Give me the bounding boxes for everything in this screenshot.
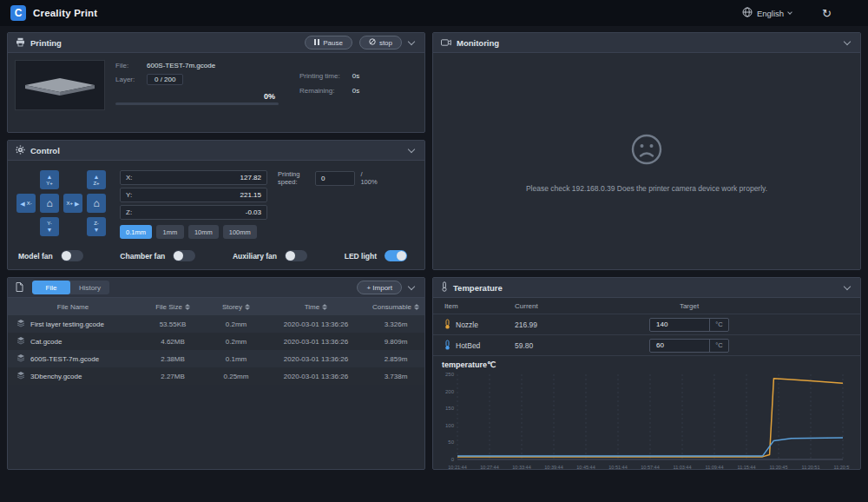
toggle-row: Model fanChamber fanAuxiliary fanLED lig… <box>18 250 407 261</box>
axis-input-z[interactable]: Z:-0.03 <box>120 205 267 220</box>
import-button[interactable]: + Import <box>357 281 402 294</box>
jog-controls: ▲ Y+ ▲ Z+ ◀ X- ⌂ <box>16 170 106 262</box>
collapse-control-chevron-icon[interactable] <box>408 146 415 153</box>
temperature-panel-title: Temperature <box>453 283 503 293</box>
chevron-down-icon <box>787 10 792 15</box>
current-temperature: 59.80 <box>503 341 615 350</box>
printing-time-value: 0s <box>352 72 359 80</box>
nozzle-thermometer-icon <box>444 319 451 331</box>
remaining-label: Remaining: <box>299 87 340 95</box>
target-temp-input-hotbed[interactable]: 60°C <box>649 339 729 353</box>
svg-text:11:15:44: 11:15:44 <box>737 465 755 470</box>
jog-x-plus-button[interactable]: X+ ▶ <box>63 194 82 213</box>
tab-file[interactable]: File <box>32 281 70 294</box>
file-consumable: 3.738m <box>367 373 424 380</box>
svg-text:11:09:44: 11:09:44 <box>705 465 723 470</box>
file-size: 2.27MB <box>138 373 207 380</box>
file-row[interactable]: 3Dbenchy.gcode2.27MB0.25mm2020-03-01 13:… <box>8 367 424 385</box>
svg-text:10:57:44: 10:57:44 <box>641 465 659 470</box>
column-header-file-size[interactable]: File Size <box>138 303 207 311</box>
file-time: 2020-03-01 13:36:26 <box>265 320 367 328</box>
svg-text:11:20:57: 11:20:57 <box>833 465 850 470</box>
language-selector[interactable]: English <box>742 7 792 20</box>
collapse-temperature-chevron-icon[interactable] <box>844 283 851 290</box>
jog-y-minus-button[interactable]: Y- ▼ <box>40 217 59 236</box>
control-panel-title: Control <box>30 146 60 155</box>
column-header-storey[interactable]: Storey <box>207 303 265 311</box>
step-button-10mm[interactable]: 10mm <box>188 225 219 239</box>
sad-face-icon <box>628 130 666 172</box>
layer-progress: 0 / 200 <box>147 74 183 85</box>
arrow-up-icon: ▲ <box>94 174 100 180</box>
printing-panel: Printing Pause stop <box>7 32 425 133</box>
file-row[interactable]: First layer testing.gcode53.55KB0.2mm202… <box>8 315 424 333</box>
svg-text:10:27:44: 10:27:44 <box>480 465 498 470</box>
column-header-time[interactable]: Time <box>265 303 367 311</box>
column-header-consumable[interactable]: Consumable <box>367 303 424 311</box>
app-logo-icon: C <box>10 5 26 21</box>
column-header-target: Target <box>615 302 763 310</box>
chamber-fan-label: Chamber fan <box>120 252 165 261</box>
axis-input-y[interactable]: Y:221.15 <box>120 188 267 202</box>
toggle-led-light[interactable] <box>385 250 407 261</box>
home-z-button[interactable]: ⌂ <box>87 194 106 213</box>
file-table-body: First layer testing.gcode53.55KB0.2mm202… <box>8 315 424 385</box>
camera-error-message: Please check 192.168.0.39 Does the print… <box>526 184 767 193</box>
toggle-auxiliary-fan[interactable] <box>285 250 307 261</box>
home-xy-button[interactable]: ⌂ <box>40 194 59 213</box>
collapse-monitoring-chevron-icon[interactable] <box>844 38 851 45</box>
svg-text:11:20:51: 11:20:51 <box>801 465 819 470</box>
svg-text:10:21:44: 10:21:44 <box>448 465 466 470</box>
globe-icon <box>742 7 753 20</box>
arrow-left-icon: ◀ <box>20 201 24 207</box>
remaining-value: 0s <box>352 87 359 95</box>
axis-input-x[interactable]: X:127.82 <box>120 170 267 185</box>
jog-z-minus-button[interactable]: Z- ▼ <box>87 217 106 236</box>
monitoring-panel-title: Monitoring <box>457 38 499 48</box>
target-temp-input-nozzle[interactable]: 140°C <box>649 318 729 332</box>
current-temperature: 216.99 <box>503 320 615 329</box>
file-name: 3Dbenchy.gcode <box>30 373 82 380</box>
file-consumable: 2.859m <box>367 355 424 363</box>
pause-icon <box>314 39 319 47</box>
stop-button[interactable]: stop <box>359 36 402 50</box>
control-panel: Control ▲ Y+ ▲ Z+ ◀ <box>7 140 425 270</box>
collapse-printing-chevron-icon[interactable] <box>408 38 415 45</box>
jog-y-plus-button[interactable]: ▲ Y+ <box>40 170 59 189</box>
gcode-file-icon <box>16 319 25 329</box>
step-button-1mm[interactable]: 1mm <box>156 225 184 239</box>
creality-print-window: C Creality Print English ↻ Printin <box>0 0 868 502</box>
jog-x-minus-button[interactable]: ◀ X- <box>16 194 36 213</box>
jog-z-plus-button[interactable]: ▲ Z+ <box>87 170 106 189</box>
file-row[interactable]: 600S-TEST-7m.gcode2.38MB0.1mm2020-03-01 … <box>8 350 424 367</box>
toggle-model-fan[interactable] <box>61 250 83 261</box>
auxiliary-fan-label: Auxiliary fan <box>233 252 277 261</box>
file-name: First layer testing.gcode <box>30 320 104 328</box>
file-table-header: File NameFile SizeStoreyTimeConsumable <box>8 298 424 315</box>
svg-text:0: 0 <box>451 457 455 462</box>
file-row[interactable]: Cat.gcode4.62MB0.2mm2020-03-01 13:36:269… <box>8 333 424 350</box>
progress-bar <box>115 102 279 105</box>
stop-icon <box>369 38 376 47</box>
file-label: File: <box>115 62 140 69</box>
printing-speed-max: / 100% <box>360 170 377 186</box>
pause-button[interactable]: Pause <box>305 36 352 50</box>
refresh-button[interactable]: ↻ <box>822 7 832 20</box>
temperature-panel: Temperature Item Current Target Nozzle21… <box>432 277 861 470</box>
step-button-100mm[interactable]: 100mm <box>223 225 257 239</box>
file-consumable: 3.326m <box>367 320 424 328</box>
toggle-chamber-fan[interactable] <box>173 250 195 261</box>
monitoring-panel: Monitoring Please check 192.168.0.39 Doe… <box>432 32 861 270</box>
collapse-files-chevron-icon[interactable] <box>408 283 415 290</box>
file-time: 2020-03-01 13:36:26 <box>265 338 367 346</box>
gear-icon <box>16 142 25 158</box>
file-name: Cat.gcode <box>30 338 62 346</box>
svg-text:100: 100 <box>445 423 455 428</box>
file-history-tabs: File History <box>32 281 109 294</box>
printing-speed-input[interactable]: 0 <box>315 171 355 186</box>
printing-time-label: Printing time: <box>299 72 340 80</box>
step-button-0.1mm[interactable]: 0.1mm <box>120 225 152 239</box>
tab-history[interactable]: History <box>70 281 109 294</box>
arrow-right-icon: ▶ <box>75 201 79 207</box>
file-storey: 0.2mm <box>207 320 265 328</box>
